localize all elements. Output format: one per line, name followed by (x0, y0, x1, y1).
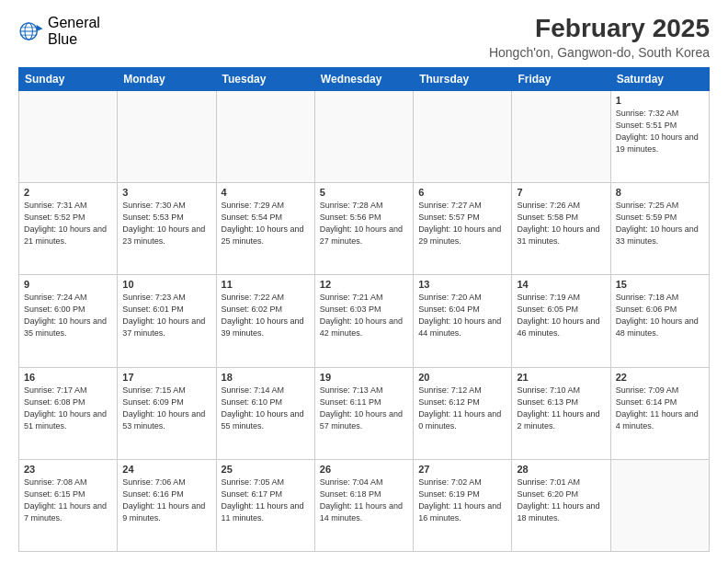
weekday-header-monday: Monday (118, 67, 216, 90)
day-info: Sunrise: 7:29 AM Sunset: 5:54 PM Dayligh… (222, 200, 310, 247)
calendar-cell: 2Sunrise: 7:31 AM Sunset: 5:52 PM Daylig… (19, 183, 118, 275)
day-number: 5 (320, 187, 408, 198)
weekday-header-sunday: Sunday (19, 67, 118, 90)
week-row-3: 16Sunrise: 7:17 AM Sunset: 6:08 PM Dayli… (19, 367, 710, 459)
day-info: Sunrise: 7:09 AM Sunset: 6:14 PM Dayligh… (616, 385, 704, 432)
calendar-cell (216, 90, 314, 182)
calendar-cell: 16Sunrise: 7:17 AM Sunset: 6:08 PM Dayli… (19, 367, 118, 459)
week-row-2: 9Sunrise: 7:24 AM Sunset: 6:00 PM Daylig… (19, 275, 710, 367)
day-info: Sunrise: 7:14 AM Sunset: 6:10 PM Dayligh… (222, 385, 310, 432)
day-info: Sunrise: 7:32 AM Sunset: 5:51 PM Dayligh… (616, 108, 704, 155)
day-info: Sunrise: 7:22 AM Sunset: 6:02 PM Dayligh… (222, 292, 310, 339)
day-number: 6 (418, 187, 506, 198)
week-row-1: 2Sunrise: 7:31 AM Sunset: 5:52 PM Daylig… (19, 183, 710, 275)
day-number: 9 (24, 279, 112, 290)
calendar-cell: 8Sunrise: 7:25 AM Sunset: 5:59 PM Daylig… (610, 183, 709, 275)
day-info: Sunrise: 7:23 AM Sunset: 6:01 PM Dayligh… (122, 292, 210, 339)
day-number: 24 (122, 464, 210, 475)
day-number: 11 (222, 279, 310, 290)
day-info: Sunrise: 7:08 AM Sunset: 6:15 PM Dayligh… (24, 477, 112, 524)
weekday-header-row: SundayMondayTuesdayWednesdayThursdayFrid… (19, 67, 710, 90)
calendar-cell (512, 90, 610, 182)
day-info: Sunrise: 7:30 AM Sunset: 5:53 PM Dayligh… (122, 200, 210, 247)
month-title: February 2025 (489, 15, 710, 43)
logo-text: General Blue (48, 15, 100, 48)
calendar-cell: 19Sunrise: 7:13 AM Sunset: 6:11 PM Dayli… (314, 367, 413, 459)
logo-general: General (48, 15, 100, 30)
calendar-cell: 12Sunrise: 7:21 AM Sunset: 6:03 PM Dayli… (314, 275, 413, 367)
day-info: Sunrise: 7:18 AM Sunset: 6:06 PM Dayligh… (616, 292, 704, 339)
calendar-cell: 21Sunrise: 7:10 AM Sunset: 6:13 PM Dayli… (512, 367, 610, 459)
day-number: 15 (616, 279, 704, 290)
calendar-cell: 1Sunrise: 7:32 AM Sunset: 5:51 PM Daylig… (610, 90, 709, 182)
day-number: 13 (418, 279, 506, 290)
location-title: Hongch'on, Gangwon-do, South Korea (489, 45, 710, 60)
day-info: Sunrise: 7:21 AM Sunset: 6:03 PM Dayligh… (320, 292, 408, 339)
calendar-cell (314, 90, 413, 182)
weekday-header-friday: Friday (512, 67, 610, 90)
calendar-cell: 27Sunrise: 7:02 AM Sunset: 6:19 PM Dayli… (414, 459, 512, 551)
day-number: 27 (418, 464, 506, 475)
day-number: 7 (517, 187, 605, 198)
day-info: Sunrise: 7:25 AM Sunset: 5:59 PM Dayligh… (616, 200, 704, 247)
calendar-cell: 4Sunrise: 7:29 AM Sunset: 5:54 PM Daylig… (216, 183, 314, 275)
day-info: Sunrise: 7:12 AM Sunset: 6:12 PM Dayligh… (418, 385, 506, 432)
day-number: 8 (616, 187, 704, 198)
calendar-cell: 28Sunrise: 7:01 AM Sunset: 6:20 PM Dayli… (512, 459, 610, 551)
calendar-cell: 20Sunrise: 7:12 AM Sunset: 6:12 PM Dayli… (414, 367, 512, 459)
day-number: 4 (222, 187, 310, 198)
logo-blue: Blue (48, 31, 77, 47)
calendar-cell: 6Sunrise: 7:27 AM Sunset: 5:57 PM Daylig… (414, 183, 512, 275)
weekday-header-tuesday: Tuesday (216, 67, 314, 90)
day-info: Sunrise: 7:19 AM Sunset: 6:05 PM Dayligh… (517, 292, 605, 339)
day-info: Sunrise: 7:17 AM Sunset: 6:08 PM Dayligh… (24, 385, 112, 432)
day-info: Sunrise: 7:15 AM Sunset: 6:09 PM Dayligh… (122, 385, 210, 432)
calendar-cell: 7Sunrise: 7:26 AM Sunset: 5:58 PM Daylig… (512, 183, 610, 275)
day-info: Sunrise: 7:05 AM Sunset: 6:17 PM Dayligh… (222, 477, 310, 524)
day-number: 1 (616, 95, 704, 106)
day-number: 22 (616, 372, 704, 383)
day-info: Sunrise: 7:28 AM Sunset: 5:56 PM Dayligh… (320, 200, 408, 247)
day-info: Sunrise: 7:13 AM Sunset: 6:11 PM Dayligh… (320, 385, 408, 432)
day-number: 23 (24, 464, 112, 475)
calendar-cell: 11Sunrise: 7:22 AM Sunset: 6:02 PM Dayli… (216, 275, 314, 367)
calendar-cell: 18Sunrise: 7:14 AM Sunset: 6:10 PM Dayli… (216, 367, 314, 459)
calendar-cell (610, 459, 709, 551)
day-info: Sunrise: 7:27 AM Sunset: 5:57 PM Dayligh… (418, 200, 506, 247)
day-number: 12 (320, 279, 408, 290)
title-area: February 2025 Hongch'on, Gangwon-do, Sou… (489, 15, 710, 60)
day-info: Sunrise: 7:24 AM Sunset: 6:00 PM Dayligh… (24, 292, 112, 339)
calendar-cell: 5Sunrise: 7:28 AM Sunset: 5:56 PM Daylig… (314, 183, 413, 275)
day-info: Sunrise: 7:06 AM Sunset: 6:16 PM Dayligh… (122, 477, 210, 524)
calendar-cell: 14Sunrise: 7:19 AM Sunset: 6:05 PM Dayli… (512, 275, 610, 367)
calendar-cell: 24Sunrise: 7:06 AM Sunset: 6:16 PM Dayli… (118, 459, 216, 551)
logo-area: General Blue (18, 15, 100, 48)
calendar-cell: 22Sunrise: 7:09 AM Sunset: 6:14 PM Dayli… (610, 367, 709, 459)
day-number: 20 (418, 372, 506, 383)
calendar-cell (118, 90, 216, 182)
calendar-cell: 26Sunrise: 7:04 AM Sunset: 6:18 PM Dayli… (314, 459, 413, 551)
day-number: 16 (24, 372, 112, 383)
day-info: Sunrise: 7:31 AM Sunset: 5:52 PM Dayligh… (24, 200, 112, 247)
day-number: 19 (320, 372, 408, 383)
calendar-cell: 23Sunrise: 7:08 AM Sunset: 6:15 PM Dayli… (19, 459, 118, 551)
logo-icon (18, 18, 44, 44)
day-number: 14 (517, 279, 605, 290)
calendar-cell: 25Sunrise: 7:05 AM Sunset: 6:17 PM Dayli… (216, 459, 314, 551)
day-number: 28 (517, 464, 605, 475)
week-row-0: 1Sunrise: 7:32 AM Sunset: 5:51 PM Daylig… (19, 90, 710, 182)
calendar-cell: 17Sunrise: 7:15 AM Sunset: 6:09 PM Dayli… (118, 367, 216, 459)
day-info: Sunrise: 7:20 AM Sunset: 6:04 PM Dayligh… (418, 292, 506, 339)
calendar-cell: 9Sunrise: 7:24 AM Sunset: 6:00 PM Daylig… (19, 275, 118, 367)
day-number: 26 (320, 464, 408, 475)
day-number: 17 (122, 372, 210, 383)
day-number: 3 (122, 187, 210, 198)
calendar-table: SundayMondayTuesdayWednesdayThursdayFrid… (18, 67, 710, 552)
day-info: Sunrise: 7:26 AM Sunset: 5:58 PM Dayligh… (517, 200, 605, 247)
calendar-cell: 3Sunrise: 7:30 AM Sunset: 5:53 PM Daylig… (118, 183, 216, 275)
calendar-cell (414, 90, 512, 182)
day-number: 10 (122, 279, 210, 290)
week-row-4: 23Sunrise: 7:08 AM Sunset: 6:15 PM Dayli… (19, 459, 710, 551)
calendar-cell: 10Sunrise: 7:23 AM Sunset: 6:01 PM Dayli… (118, 275, 216, 367)
day-number: 18 (222, 372, 310, 383)
